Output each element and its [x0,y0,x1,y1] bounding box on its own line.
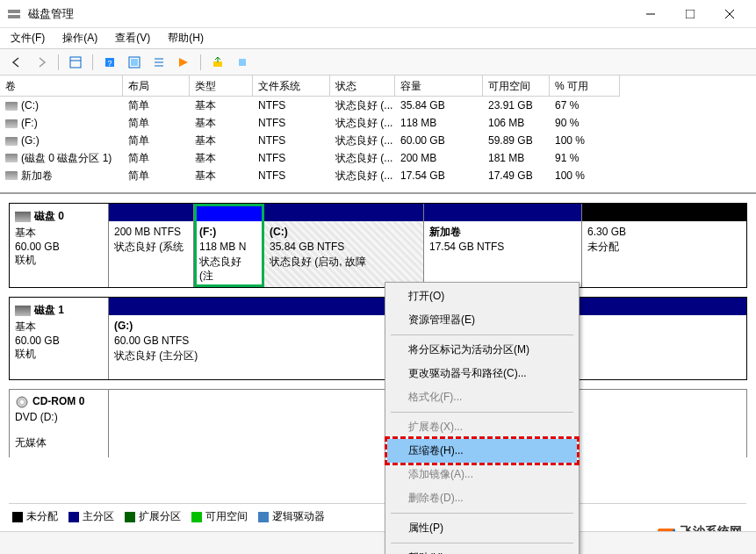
toolbar: ? [0,49,756,76]
svg-rect-16 [239,59,246,66]
svg-rect-1 [8,15,20,18]
table-body: (C:) 简单 基本 NTFS 状态良好 (... 35.84 GB 23.91… [0,97,756,184]
refresh-button[interactable] [125,53,144,72]
minimize-button[interactable] [630,2,670,26]
menu-shrink[interactable]: 压缩卷(H)... [387,439,577,463]
back-button[interactable] [7,53,26,72]
menu-file[interactable]: 文件(F) [7,29,48,47]
svg-rect-11 [131,59,138,66]
header-type[interactable]: 类型 [190,76,253,97]
menu-mark-active[interactable]: 将分区标记为活动分区(M) [387,338,577,362]
menubar: 文件(F) 操作(A) 查看(V) 帮助(H) [0,28,756,49]
app-icon [7,7,21,21]
menu-help[interactable]: 帮助(H) [164,29,207,47]
mount-button[interactable] [208,53,227,72]
maximize-button[interactable] [670,2,709,26]
header-status[interactable]: 状态 [330,76,395,97]
menu-help[interactable]: 帮助(H) [387,546,577,554]
legend-logical: 逻辑驱动器 [272,509,325,524]
menu-add-mirror: 添加镜像(A)... [387,463,577,486]
partition[interactable]: 6.30 GB未分配 [582,204,746,287]
table-row[interactable]: (G:) 简单 基本 NTFS 状态良好 (... 60.00 GB 59.89… [0,132,756,149]
tool-button[interactable] [233,53,252,72]
forward-button[interactable] [32,53,51,72]
context-menu: 打开(O) 资源管理器(E) 将分区标记为活动分区(M) 更改驱动器号和路径(C… [385,282,580,554]
titlebar: 磁盘管理 [0,0,756,28]
cdrom-label[interactable]: CD-ROM 0 DVD (D:)无媒体 [10,390,109,457]
svg-text:?: ? [107,59,112,68]
list-button[interactable] [149,53,169,72]
menu-properties[interactable]: 属性(P) [387,516,577,540]
legend-extended: 扩展分区 [139,509,181,524]
view-button[interactable] [66,53,85,72]
help-button[interactable]: ? [100,53,119,72]
menu-change-drive[interactable]: 更改驱动器号和路径(C)... [387,362,577,385]
svg-rect-0 [8,10,20,13]
svg-rect-6 [70,57,81,68]
header-volume[interactable]: 卷 [0,76,123,97]
table-row[interactable]: (F:) 简单 基本 NTFS 状态良好 (... 118 MB 106 MB … [0,114,756,132]
partition[interactable]: 新加卷17.54 GB NTFS [424,204,582,287]
disk-label[interactable]: 磁盘 1基本60.00 GB联机 [10,298,109,379]
table-row[interactable]: 新加卷 简单 基本 NTFS 状态良好 (... 17.54 GB 17.49 … [0,167,756,184]
menu-delete-vol: 删除卷(D)... [387,486,577,510]
legend-unalloc: 未分配 [26,509,58,524]
legend-free: 可用空间 [205,509,248,524]
table-row[interactable]: (C:) 简单 基本 NTFS 状态良好 (... 35.84 GB 23.91… [0,97,756,114]
main-content: 卷 布局 类型 文件系统 状态 容量 可用空间 % 可用 (C:) 简单 基本 … [0,76,756,457]
window-title: 磁盘管理 [28,6,630,22]
svg-rect-3 [686,10,695,18]
legend: 未分配 主分区 扩展分区 可用空间 逻辑驱动器 [9,503,746,529]
table-header: 卷 布局 类型 文件系统 状态 容量 可用空间 % 可用 [0,76,756,97]
action-button[interactable] [174,53,193,72]
legend-primary: 主分区 [83,509,114,524]
partition[interactable]: (F:)118 MB N状态良好 (注 [194,204,264,287]
disk-block: 磁盘 0基本60.00 GB联机200 MB NTFS状态良好 (系统(F:)1… [9,203,747,288]
cdrom-block[interactable]: CD-ROM 0 DVD (D:)无媒体 [9,389,747,457]
header-layout[interactable]: 布局 [123,76,190,97]
disk-graphical-view: 磁盘 0基本60.00 GB联机200 MB NTFS状态良好 (系统(F:)1… [0,194,756,457]
menu-open[interactable]: 打开(O) [387,284,577,308]
header-filesystem[interactable]: 文件系统 [253,76,330,97]
disk-label[interactable]: 磁盘 0基本60.00 GB联机 [10,204,109,287]
header-capacity[interactable]: 容量 [395,76,483,97]
disk-block: 磁盘 1基本60.00 GB联机(G:)60.00 GB NTFS状态良好 (主… [9,297,747,380]
header-pct[interactable]: % 可用 [550,76,620,97]
menu-explorer[interactable]: 资源管理器(E) [387,308,577,332]
menu-extend: 扩展卷(X)... [387,415,577,439]
volume-table: 卷 布局 类型 文件系统 状态 容量 可用空间 % 可用 (C:) 简单 基本 … [0,76,756,194]
partition[interactable]: (C:)35.84 GB NTFS状态良好 (启动, 故障 [264,204,424,287]
menu-view[interactable]: 查看(V) [112,29,154,47]
table-row[interactable]: (磁盘 0 磁盘分区 1) 简单 基本 NTFS 状态良好 (... 200 M… [0,149,756,167]
menu-format: 格式化(F)... [387,385,577,409]
close-button[interactable] [709,2,749,26]
svg-point-18 [20,400,24,404]
partition[interactable]: 200 MB NTFS状态良好 (系统 [109,204,194,287]
menu-action[interactable]: 操作(A) [59,29,101,47]
statusbar [0,531,756,554]
header-free[interactable]: 可用空间 [483,76,550,97]
